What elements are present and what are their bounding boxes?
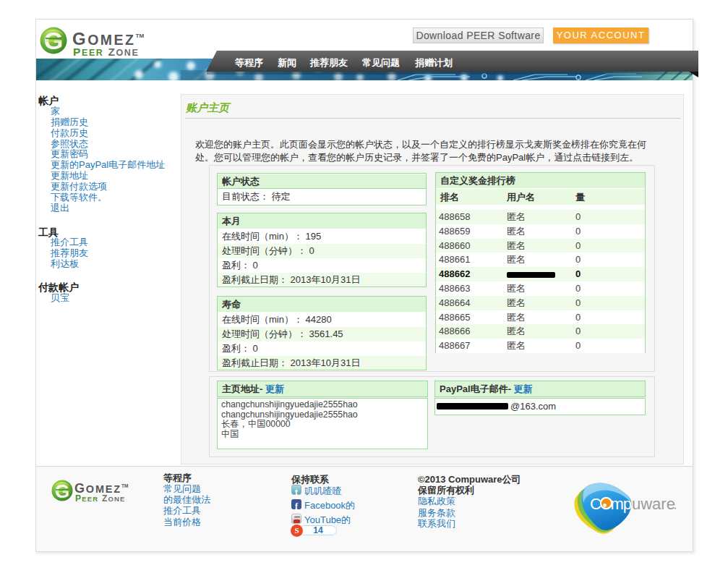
svg-text:C: C (590, 495, 601, 513)
svg-text:G: G (55, 480, 69, 502)
svg-text:mp: mp (611, 495, 632, 513)
svg-text:uware: uware (632, 495, 675, 513)
